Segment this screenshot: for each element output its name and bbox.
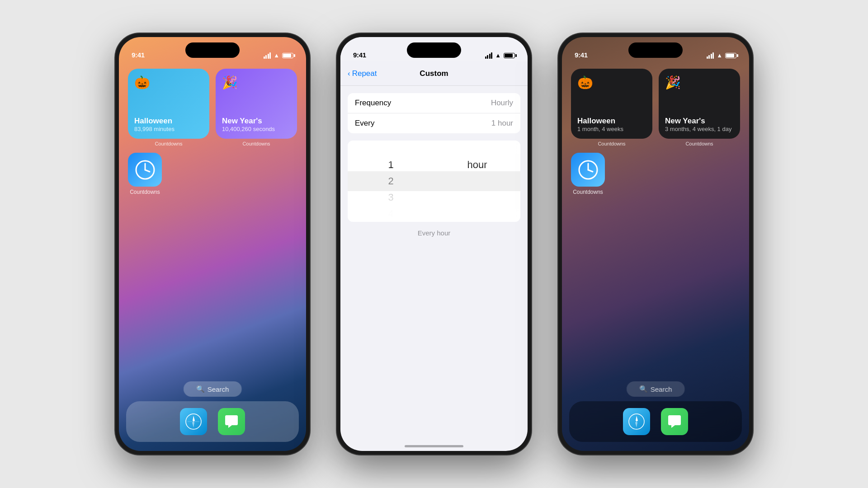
home-indicator-2 (405, 445, 463, 447)
phone-3-screen: 9:41 ▲ 🎃 (562, 37, 749, 451)
every-row[interactable]: Every 1 hour (348, 113, 520, 133)
newyear-emoji-3: 🎉 (665, 75, 734, 90)
frequency-value: Hourly (491, 99, 513, 108)
picker-unit-col: hour (434, 141, 520, 222)
picker-wheel[interactable]: 1 2 3 4 hour (348, 141, 520, 222)
newyear-label-1: Countdowns (216, 141, 297, 146)
every-label: Every (355, 119, 374, 128)
svg-marker-12 (635, 422, 637, 427)
back-label-2: Repeat (352, 69, 377, 78)
search-button-3[interactable]: 🔍 Search (627, 381, 685, 397)
picker-num-4: 4 (348, 206, 434, 222)
frequency-label: Frequency (355, 99, 391, 108)
safari-icon-1[interactable] (180, 408, 207, 435)
signal-3 (707, 52, 714, 59)
frequency-row[interactable]: Frequency Hourly (348, 93, 520, 113)
widget-row-1: 🎃 Halloween 83,998 minutes Countdowns 🎉 … (128, 69, 297, 146)
countdowns-icon-1[interactable] (128, 153, 162, 187)
picker-inner: 1 2 3 4 hour (348, 141, 520, 222)
widget-halloween-3[interactable]: 🎃 Halloween 1 month, 4 weeks (571, 69, 652, 139)
search-icon-1: 🔍 (196, 385, 205, 393)
newyear-subtitle-1: 10,400,260 seconds (222, 126, 291, 132)
wifi-icon-2: ▲ (495, 52, 501, 59)
svg-marker-4 (193, 416, 195, 422)
home-grid-1: 🎃 Halloween 83,998 minutes Countdowns 🎉 … (119, 69, 306, 202)
signal-1 (264, 52, 271, 59)
battery-3 (725, 53, 736, 58)
countdowns-app-wrap-1: Countdowns (128, 153, 162, 195)
signal-2 (485, 52, 493, 59)
picker-num-2: 2 (348, 173, 434, 189)
halloween-label-3: Countdowns (571, 141, 652, 146)
messages-icon-3[interactable] (661, 408, 688, 435)
time-2: 9:41 (353, 51, 366, 59)
time-3: 9:41 (575, 51, 588, 59)
svg-line-9 (588, 170, 593, 172)
dock-1 (126, 401, 299, 442)
settings-card-2: Frequency Hourly Every 1 hour (348, 93, 520, 133)
countdowns-app-label-1: Countdowns (130, 189, 160, 195)
phone-1-screen: 9:41 ▲ 🎃 (119, 37, 306, 451)
phone-1: 9:41 ▲ 🎃 (115, 33, 310, 455)
widget-row-3: 🎃 Halloween 1 month, 4 weeks Countdowns … (571, 69, 740, 146)
halloween-subtitle-1: 83,998 minutes (134, 126, 203, 132)
dynamic-island-3 (628, 42, 683, 58)
picker-number-col: 1 2 3 4 (348, 141, 434, 222)
every-value: 1 hour (491, 119, 513, 128)
newyear-title-3: New Year's (665, 117, 734, 126)
time-1: 9:41 (132, 51, 145, 59)
dynamic-island-2 (407, 42, 461, 58)
picker-num-1: 1 (348, 157, 434, 173)
newyear-label-3: Countdowns (659, 141, 740, 146)
halloween-label-1: Countdowns (128, 141, 209, 146)
safari-icon-3[interactable] (623, 408, 650, 435)
status-icons-3: ▲ (707, 52, 736, 59)
battery-2 (504, 53, 515, 58)
halloween-subtitle-3: 1 month, 4 weeks (577, 126, 646, 132)
picker-unit-1: hour (434, 157, 520, 173)
battery-1 (282, 53, 293, 58)
svg-marker-11 (636, 416, 638, 422)
status-icons-2: ▲ (485, 52, 515, 59)
phone-3: 9:41 ▲ 🎃 (558, 33, 753, 455)
wifi-icon-3: ▲ (717, 52, 722, 59)
settings-screen: 9:41 ▲ ‹ Rep (340, 37, 528, 451)
halloween-emoji-1: 🎃 (134, 75, 203, 90)
home-grid-3: 🎃 Halloween 1 month, 4 weeks Countdowns … (562, 69, 749, 202)
widget-newyear-3[interactable]: 🎉 New Year's 3 months, 4 weeks, 1 day (659, 69, 740, 139)
nav-title-2: Custom (420, 69, 448, 78)
halloween-emoji-3: 🎃 (577, 75, 646, 90)
status-icons-1: ▲ (264, 52, 293, 59)
halloween-title-3: Halloween (577, 117, 646, 126)
settings-body-2: Frequency Hourly Every 1 hour (340, 86, 528, 451)
app-icon-row-1: Countdowns (128, 153, 297, 195)
dynamic-island-1 (185, 42, 240, 58)
dock-3 (569, 401, 742, 442)
phone-2: 9:41 ▲ ‹ Rep (337, 33, 531, 455)
nav-bar-2: ‹ Repeat Custom (340, 61, 528, 86)
phone-2-screen: 9:41 ▲ ‹ Rep (340, 37, 528, 451)
widget-newyear-1[interactable]: 🎉 New Year's 10,400,260 seconds (216, 69, 297, 139)
picker-description: Every hour (340, 229, 528, 237)
newyear-title-1: New Year's (222, 117, 291, 126)
newyear-subtitle-3: 3 months, 4 weeks, 1 day (665, 126, 734, 132)
halloween-title-1: Halloween (134, 117, 203, 126)
search-icon-3: 🔍 (639, 385, 648, 393)
countdowns-app-label-3: Countdowns (573, 189, 603, 195)
svg-line-2 (145, 170, 150, 172)
app-icon-row-3: Countdowns (571, 153, 740, 195)
messages-icon-1[interactable] (218, 408, 245, 435)
newyear-emoji-1: 🎉 (222, 75, 291, 90)
picker-num-3: 3 (348, 189, 434, 206)
countdowns-icon-3[interactable] (571, 153, 605, 187)
search-button-1[interactable]: 🔍 Search (184, 381, 242, 397)
search-label-3: Search (651, 385, 672, 393)
back-chevron-2: ‹ (348, 69, 350, 78)
back-button-2[interactable]: ‹ Repeat (348, 69, 377, 78)
wifi-icon-1: ▲ (274, 52, 279, 59)
countdowns-app-wrap-3: Countdowns (571, 153, 605, 195)
svg-marker-5 (192, 422, 194, 427)
search-label-1: Search (208, 385, 229, 393)
widget-halloween-1[interactable]: 🎃 Halloween 83,998 minutes (128, 69, 209, 139)
